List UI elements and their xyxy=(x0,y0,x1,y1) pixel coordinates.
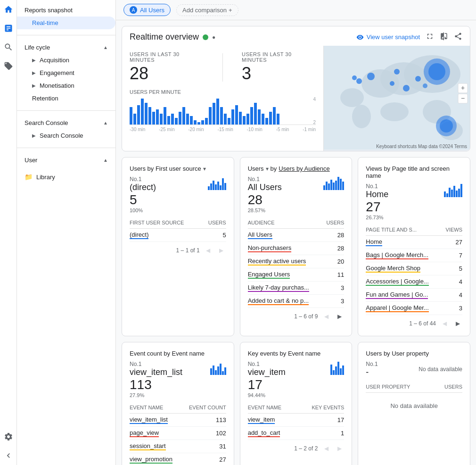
first-user-source-mini-chart xyxy=(208,176,226,190)
fullscreen-icon[interactable] xyxy=(426,32,434,42)
prev-page-arrow[interactable]: ◀ xyxy=(440,319,449,328)
cards-row-2: Event count by Event name No.1 view_item… xyxy=(122,342,470,465)
prev-page-arrow[interactable]: ◀ xyxy=(204,246,213,255)
user-nav-header[interactable]: User ▲ xyxy=(17,154,115,166)
bar xyxy=(167,116,170,125)
retention-nav-item[interactable]: Retention xyxy=(17,92,115,105)
live-label: ● xyxy=(212,34,215,41)
audience-dropdown-icon[interactable]: ▾ xyxy=(266,166,269,172)
search-console-nav-item[interactable]: ▶ Search Console xyxy=(17,129,115,142)
bar xyxy=(175,118,178,125)
first-user-source-pagination: 1 – 1 of 1 ◀ ▶ xyxy=(130,246,226,255)
audience-card: Users ▾ by Users by Audience No.1 All Us… xyxy=(240,157,353,336)
page-title-pagination: 1 – 6 of 44 ◀ ▶ xyxy=(366,319,462,328)
bar xyxy=(137,105,140,125)
acquisition-nav-item[interactable]: ▶ Acquisition xyxy=(17,54,115,66)
overview-body: USERS IN LAST 30 MINUTES 28 USERS IN LAS… xyxy=(122,46,470,151)
bar xyxy=(194,120,197,125)
audience-title[interactable]: Users by Audience xyxy=(279,165,329,172)
bar-chart-container: 4 2 xyxy=(130,97,316,125)
bar xyxy=(213,103,215,125)
audience-table-header: AUDIENCE USERS xyxy=(248,217,345,229)
svg-point-11 xyxy=(352,75,357,80)
analytics-icon[interactable] xyxy=(3,23,14,34)
table-row: Google Merch Shop5 xyxy=(366,262,462,275)
user-property-table-header: USER PROPERTY USERS xyxy=(366,381,462,393)
bar xyxy=(182,107,185,125)
reports-snapshot-link[interactable]: Reports snapshot xyxy=(17,4,115,17)
all-users-avatar: A xyxy=(130,6,137,14)
table-row: Home27 xyxy=(366,236,462,249)
table-row: Non-purchasers28 xyxy=(248,242,345,255)
table-row: view_promotion27 xyxy=(130,453,226,465)
prev-page-arrow[interactable]: ◀ xyxy=(321,312,331,321)
compare-icon[interactable] xyxy=(440,32,448,42)
bar xyxy=(179,112,181,125)
next-page-arrow[interactable]: ▶ xyxy=(335,312,344,321)
view-user-snapshot-button[interactable]: View user snapshot xyxy=(356,33,420,41)
dropdown-icon[interactable]: ▾ xyxy=(203,166,206,172)
lifecycle-nav-header[interactable]: Life cycle ▲ xyxy=(17,41,115,54)
svg-point-12 xyxy=(394,69,400,75)
bar xyxy=(141,99,144,125)
bar xyxy=(156,109,159,125)
svg-point-6 xyxy=(380,102,409,121)
next-page-arrow[interactable]: ▶ xyxy=(217,246,226,255)
no-data-message: No data available xyxy=(366,393,462,419)
monetisation-chevron: ▶ xyxy=(32,83,36,88)
realtime-overview-section: Realtime overview ● View user snapshot xyxy=(122,26,470,151)
svg-point-16 xyxy=(390,81,394,86)
acquisition-chevron: ▶ xyxy=(32,58,36,63)
key-events-mini-chart xyxy=(330,361,344,375)
event-count-table-header: EVENT NAME EVENT COUNT xyxy=(130,402,226,414)
overview-stats-section: USERS IN LAST 30 MINUTES 28 USERS IN LAS… xyxy=(122,46,324,151)
realtime-nav-item[interactable]: Real-time xyxy=(17,17,115,29)
bar xyxy=(246,114,249,125)
next-page-arrow[interactable]: ▶ xyxy=(335,444,344,453)
engagement-nav-item[interactable]: ▶ Engagement xyxy=(17,66,115,79)
search-console-item-chevron: ▶ xyxy=(32,133,36,138)
stat-divider xyxy=(222,53,223,82)
svg-point-9 xyxy=(367,73,375,80)
add-icon: + xyxy=(229,7,232,14)
bar xyxy=(224,114,227,125)
all-users-filter[interactable]: A All Users xyxy=(123,4,171,16)
settings-icon[interactable] xyxy=(3,431,14,442)
event-count-mini-chart xyxy=(210,361,226,375)
bar xyxy=(277,114,279,125)
search-console-chevron: ▲ xyxy=(103,120,108,125)
next-page-arrow[interactable]: ▶ xyxy=(453,319,462,328)
search-console-nav-header[interactable]: Search Console ▲ xyxy=(17,116,115,129)
tag-nav-icon[interactable] xyxy=(3,60,14,72)
library-nav-item[interactable]: 📁 Library xyxy=(17,170,115,183)
user-property-card: Users by User property No.1 - No data av… xyxy=(358,342,470,465)
svg-text:−: − xyxy=(461,94,465,102)
bar xyxy=(231,109,234,125)
monetisation-nav-item[interactable]: ▶ Monetisation xyxy=(17,79,115,92)
bar xyxy=(186,114,189,125)
bar xyxy=(201,120,204,125)
table-row: Fun and Games | Go...4 xyxy=(366,289,462,302)
sidebar xyxy=(0,0,17,465)
search-nav-icon[interactable] xyxy=(3,42,14,53)
bar xyxy=(262,114,264,125)
bar xyxy=(160,114,163,125)
table-row: page_view102 xyxy=(130,427,226,440)
share-icon[interactable] xyxy=(454,32,462,42)
bar xyxy=(216,99,219,125)
add-comparison-button[interactable]: Add comparison + xyxy=(176,4,238,16)
table-row: Recently active users20 xyxy=(248,255,345,268)
bar xyxy=(171,114,174,125)
bar xyxy=(273,107,276,125)
prev-page-arrow[interactable]: ◀ xyxy=(321,444,331,453)
bar xyxy=(239,112,242,125)
bar xyxy=(265,118,268,125)
bar xyxy=(130,107,132,125)
bar xyxy=(145,103,148,125)
users-per-minute-chart xyxy=(130,97,316,125)
collapse-icon[interactable] xyxy=(3,450,14,461)
home-icon[interactable] xyxy=(3,4,14,15)
table-row: Added to cart & no p...3 xyxy=(248,295,345,308)
audience-pagination: 1 – 6 of 9 ◀ ▶ xyxy=(248,312,345,321)
svg-point-18 xyxy=(423,83,427,88)
